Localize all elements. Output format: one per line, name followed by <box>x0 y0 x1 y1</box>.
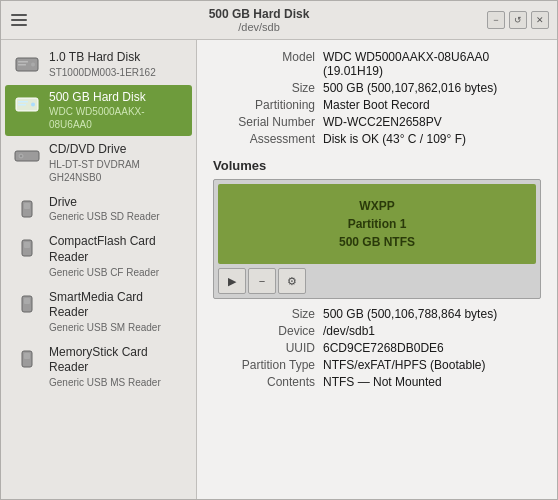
detail-panel: Model WDC WD5000AAKX-08U6AA0 (19.01H19) … <box>197 40 557 499</box>
device-value: /dev/sdb1 <box>323 324 375 338</box>
hdd-icon <box>13 50 41 78</box>
svg-point-7 <box>31 102 35 106</box>
sidebar-item-name: CompactFlash Card Reader <box>49 234 184 265</box>
sidebar-item-sub: Generic USB SD Reader <box>49 210 160 223</box>
svg-rect-22 <box>24 298 30 304</box>
restore-button[interactable]: ↺ <box>509 11 527 29</box>
sidebar-item-sub: ST1000DM003-1ER162 <box>49 66 156 79</box>
uuid-value: 6CD9CE7268DB0DE6 <box>323 341 444 355</box>
sidebar: 1.0 TB Hard Disk ST1000DM003-1ER162 500 … <box>1 40 197 499</box>
settings-button[interactable]: ⚙ <box>278 268 306 294</box>
device-row: Device /dev/sdb1 <box>213 324 541 338</box>
svg-point-2 <box>31 63 35 67</box>
hamburger-menu-button[interactable] <box>9 9 31 31</box>
sidebar-item-sub: Generic USB CF Reader <box>49 266 184 279</box>
play-button[interactable]: ▶ <box>218 268 246 294</box>
assessment-value: Disk is OK (43° C / 109° F) <box>323 132 466 146</box>
contents-row: Contents NTFS — Not Mounted <box>213 375 541 389</box>
main-content: 1.0 TB Hard Disk ST1000DM003-1ER162 500 … <box>1 40 557 499</box>
serial-row: Serial Number WD-WCC2EN2658PV <box>213 115 541 129</box>
svg-rect-25 <box>24 353 30 359</box>
partition-label-line2: Partition 1 <box>348 215 407 233</box>
hdd-icon <box>13 90 41 118</box>
sidebar-item-hdd-1tb[interactable]: 1.0 TB Hard Disk ST1000DM003-1ER162 <box>5 45 192 84</box>
contents-label: Contents <box>213 375 323 389</box>
partition-type-row: Partition Type NTFS/exFAT/HPFS (Bootable… <box>213 358 541 372</box>
partition-type-value: NTFS/exFAT/HPFS (Bootable) <box>323 358 486 372</box>
sidebar-item-sub: Generic USB MS Reader <box>49 376 184 389</box>
serial-value: WD-WCC2EN2658PV <box>323 115 442 129</box>
titlebar-right: − ↺ ✕ <box>487 11 549 29</box>
usb-icon <box>13 234 41 262</box>
volume-container: WXPP Partition 1 500 GB NTFS ▶ − ⚙ <box>213 179 541 299</box>
sidebar-item-drive[interactable]: Drive Generic USB SD Reader <box>5 190 192 229</box>
size-row: Size 500 GB (500,107,862,016 bytes) <box>213 81 541 95</box>
disk-info-table: Model WDC WD5000AAKX-08U6AA0 (19.01H19) … <box>213 50 541 146</box>
device-label: Device <box>213 324 323 338</box>
model-label: Model <box>213 50 323 78</box>
sidebar-item-smartmedia[interactable]: SmartMedia Card Reader Generic USB SM Re… <box>5 285 192 339</box>
sidebar-item-name: SmartMedia Card Reader <box>49 290 184 321</box>
hamburger-line-3 <box>11 24 27 26</box>
sidebar-item-sub: WDC WD5000AAKX-08U6AA0 <box>49 105 184 131</box>
svg-rect-16 <box>24 203 30 209</box>
partitioning-row: Partitioning Master Boot Record <box>213 98 541 112</box>
size-label: Size <box>213 81 323 95</box>
usb-icon <box>13 290 41 318</box>
svg-rect-3 <box>18 61 28 63</box>
titlebar-center: 500 GB Hard Disk /dev/sdb <box>31 7 487 33</box>
window-subtitle: /dev/sdb <box>31 21 487 33</box>
minimize-button[interactable]: − <box>487 11 505 29</box>
size-value: 500 GB (500,107,862,016 bytes) <box>323 81 497 95</box>
svg-rect-19 <box>24 242 30 248</box>
main-window: 500 GB Hard Disk /dev/sdb − ↺ ✕ 1.0 TB H… <box>0 0 558 500</box>
sidebar-item-name: 500 GB Hard Disk <box>49 90 184 106</box>
sidebar-item-name: CD/DVD Drive <box>49 142 184 158</box>
sidebar-item-name: 1.0 TB Hard Disk <box>49 50 156 66</box>
volumes-section-title: Volumes <box>213 158 541 173</box>
sidebar-item-name: MemoryStick Card Reader <box>49 345 184 376</box>
partitioning-value: Master Boot Record <box>323 98 430 112</box>
model-value: WDC WD5000AAKX-08U6AA0 (19.01H19) <box>323 50 541 78</box>
model-row: Model WDC WD5000AAKX-08U6AA0 (19.01H19) <box>213 50 541 78</box>
minus-button[interactable]: − <box>248 268 276 294</box>
partition-size-value: 500 GB (500,106,788,864 bytes) <box>323 307 497 321</box>
uuid-row: UUID 6CD9CE7268DB0DE6 <box>213 341 541 355</box>
titlebar: 500 GB Hard Disk /dev/sdb − ↺ ✕ <box>1 1 557 40</box>
sidebar-item-sub: Generic USB SM Reader <box>49 321 184 334</box>
partition-info: Size 500 GB (500,106,788,864 bytes) Devi… <box>213 307 541 389</box>
usb-icon <box>13 195 41 223</box>
sidebar-item-memorystick[interactable]: MemoryStick Card Reader Generic USB MS R… <box>5 340 192 394</box>
serial-label: Serial Number <box>213 115 323 129</box>
svg-rect-8 <box>18 101 28 103</box>
dvd-icon <box>13 142 41 170</box>
sidebar-item-compactflash[interactable]: CompactFlash Card Reader Generic USB CF … <box>5 229 192 283</box>
volume-toolbar: ▶ − ⚙ <box>218 268 536 294</box>
partitioning-label: Partitioning <box>213 98 323 112</box>
contents-value: NTFS — Not Mounted <box>323 375 442 389</box>
volume-partition[interactable]: WXPP Partition 1 500 GB NTFS <box>218 184 536 264</box>
hamburger-line-1 <box>11 14 27 16</box>
svg-rect-9 <box>18 104 26 106</box>
svg-rect-4 <box>18 64 26 66</box>
svg-point-13 <box>20 155 22 157</box>
sidebar-item-dvd[interactable]: CD/DVD Drive HL-DT-ST DVDRAM GH24NSB0 <box>5 137 192 189</box>
partition-size-label: Size <box>213 307 323 321</box>
partition-label-line3: 500 GB NTFS <box>339 233 415 251</box>
close-button[interactable]: ✕ <box>531 11 549 29</box>
uuid-label: UUID <box>213 341 323 355</box>
sidebar-item-hdd-500gb[interactable]: 500 GB Hard Disk WDC WD5000AAKX-08U6AA0 <box>5 85 192 137</box>
titlebar-left <box>9 9 31 31</box>
hamburger-line-2 <box>11 19 27 21</box>
assessment-label: Assessment <box>213 132 323 146</box>
partition-label-line1: WXPP <box>359 197 394 215</box>
partition-type-label: Partition Type <box>213 358 323 372</box>
assessment-row: Assessment Disk is OK (43° C / 109° F) <box>213 132 541 146</box>
sidebar-item-sub: HL-DT-ST DVDRAM GH24NSB0 <box>49 158 184 184</box>
window-title: 500 GB Hard Disk <box>31 7 487 21</box>
partition-size-row: Size 500 GB (500,106,788,864 bytes) <box>213 307 541 321</box>
usb-icon <box>13 345 41 373</box>
sidebar-item-name: Drive <box>49 195 160 211</box>
